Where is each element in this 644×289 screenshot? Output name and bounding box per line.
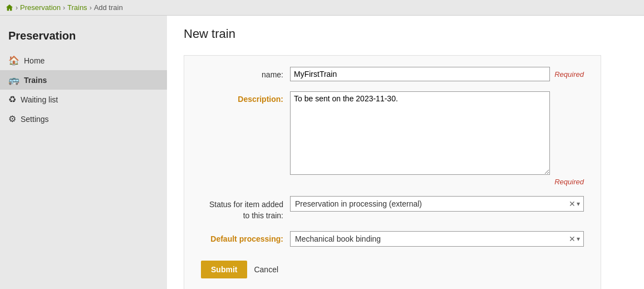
status-clear-icon[interactable]: ✕	[569, 199, 576, 208]
default-processing-select-value: Mechanical book binding	[291, 232, 566, 246]
breadcrumb-sep-3: ›	[90, 4, 92, 12]
sidebar-item-waiting-list-label: Waiting list	[21, 95, 58, 104]
description-required: Required	[554, 91, 584, 186]
form-row-status: Status for item added to this train: Pre…	[201, 196, 584, 221]
sidebar-item-trains-label: Trains	[24, 76, 47, 85]
status-label: Status for item added to this train:	[201, 196, 290, 221]
form-row-default-processing: Default processing: Mechanical book bind…	[201, 231, 584, 247]
waiting-list-icon: ♻	[8, 94, 16, 105]
default-processing-clear-icon[interactable]: ✕	[569, 234, 576, 243]
home-breadcrumb-icon	[6, 4, 13, 12]
sidebar-item-settings[interactable]: ⚙ Settings	[0, 109, 167, 129]
description-field-wrapper: To be sent on the 2023-11-30. Required	[290, 91, 584, 186]
name-field-wrapper: Required	[290, 67, 584, 81]
status-select-controls: ✕ ▾	[566, 199, 583, 208]
sidebar-title: Preservation	[0, 21, 167, 51]
sidebar-item-home-label: Home	[24, 56, 45, 65]
default-processing-label: Default processing:	[201, 231, 290, 243]
breadcrumb-current: Add train	[94, 3, 123, 12]
breadcrumb-sep-1: ›	[16, 4, 18, 12]
status-select[interactable]: Preservation in processing (external) ✕ …	[290, 196, 584, 212]
description-textarea[interactable]: To be sent on the 2023-11-30.	[290, 91, 550, 175]
name-input[interactable]	[290, 67, 550, 81]
breadcrumb-trains[interactable]: Trains	[67, 3, 87, 12]
form-container: name: Required Description: To be sent o…	[184, 55, 601, 289]
trains-icon: 🚌	[8, 75, 19, 85]
description-label: Description:	[201, 91, 290, 104]
sidebar-item-waiting-list[interactable]: ♻ Waiting list	[0, 90, 167, 109]
sidebar-item-trains[interactable]: 🚌 Trains	[0, 70, 167, 90]
page-title: New train	[184, 27, 627, 41]
default-processing-select[interactable]: Mechanical book binding ✕ ▾	[290, 231, 584, 247]
name-label: name:	[201, 67, 290, 79]
name-required: Required	[554, 67, 584, 79]
status-arrow-icon[interactable]: ▾	[577, 200, 580, 208]
default-processing-select-controls: ✕ ▾	[566, 234, 583, 243]
sidebar-item-home[interactable]: 🏠 Home	[0, 51, 167, 70]
form-row-description: Description: To be sent on the 2023-11-3…	[201, 91, 584, 186]
main-content: New train name: Required Description: To…	[167, 16, 644, 289]
sidebar-item-settings-label: Settings	[21, 115, 49, 124]
sidebar: Preservation 🏠 Home 🚌 Trains ♻ Waiting l…	[0, 16, 167, 289]
home-icon: 🏠	[8, 55, 19, 66]
settings-icon: ⚙	[8, 114, 16, 124]
form-row-name: name: Required	[201, 67, 584, 81]
button-row: Submit Cancel	[201, 261, 584, 278]
cancel-link[interactable]: Cancel	[254, 265, 278, 274]
breadcrumb: › Preservation › Trains › Add train	[0, 0, 644, 16]
breadcrumb-preservation[interactable]: Preservation	[20, 3, 61, 12]
status-field-wrapper: Preservation in processing (external) ✕ …	[290, 196, 584, 212]
status-select-value: Preservation in processing (external)	[291, 197, 566, 211]
breadcrumb-sep-2: ›	[63, 4, 65, 12]
default-processing-arrow-icon[interactable]: ▾	[577, 235, 580, 243]
submit-button[interactable]: Submit	[201, 261, 247, 278]
default-processing-field-wrapper: Mechanical book binding ✕ ▾	[290, 231, 584, 247]
sidebar-nav: 🏠 Home 🚌 Trains ♻ Waiting list ⚙ Setting…	[0, 51, 167, 129]
